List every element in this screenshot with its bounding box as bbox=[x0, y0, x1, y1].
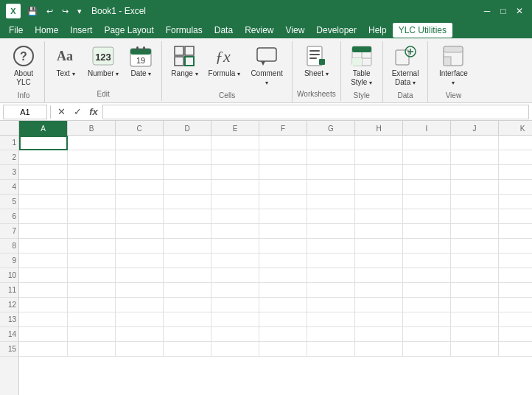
cell-E10[interactable] bbox=[211, 268, 259, 283]
cell-G2[interactable] bbox=[307, 150, 355, 165]
cell-I5[interactable] bbox=[403, 195, 451, 209]
col-header-B[interactable]: B bbox=[68, 121, 116, 136]
row-11[interactable]: 11 bbox=[0, 283, 18, 298]
cell-G1[interactable] bbox=[307, 136, 355, 150]
cell-G12[interactable] bbox=[307, 298, 355, 312]
cell-D12[interactable] bbox=[164, 298, 211, 312]
cell-K11[interactable] bbox=[499, 283, 532, 298]
cell-F14[interactable] bbox=[259, 327, 307, 342]
date-button[interactable]: 19 Date ▾ bbox=[125, 41, 157, 88]
cell-I10[interactable] bbox=[403, 268, 451, 283]
cell-I9[interactable] bbox=[403, 254, 451, 268]
cell-K10[interactable] bbox=[499, 268, 532, 283]
fx-button[interactable]: fx bbox=[86, 105, 101, 119]
cell-H4[interactable] bbox=[355, 180, 403, 195]
cell-A15[interactable] bbox=[19, 342, 68, 357]
row-15[interactable]: 15 bbox=[0, 342, 18, 357]
cell-A6[interactable] bbox=[19, 209, 68, 224]
cell-B12[interactable] bbox=[68, 298, 116, 312]
row-13[interactable]: 13 bbox=[0, 312, 18, 327]
cell-J13[interactable] bbox=[451, 312, 499, 327]
cell-H2[interactable] bbox=[355, 150, 403, 165]
cell-D10[interactable] bbox=[164, 268, 211, 283]
cell-G9[interactable] bbox=[307, 254, 355, 268]
formula-input[interactable] bbox=[102, 105, 529, 119]
cell-C8[interactable] bbox=[116, 239, 164, 254]
cell-C2[interactable] bbox=[116, 150, 164, 165]
menu-home[interactable]: Home bbox=[29, 23, 64, 38]
cell-K14[interactable] bbox=[499, 327, 532, 342]
cell-H10[interactable] bbox=[355, 268, 403, 283]
cell-F3[interactable] bbox=[259, 165, 307, 180]
col-header-I[interactable]: I bbox=[403, 121, 451, 136]
row-9[interactable]: 9 bbox=[0, 254, 18, 268]
formula-button[interactable]: ƒx Formula ▾ bbox=[204, 41, 245, 88]
col-header-J[interactable]: J bbox=[451, 121, 499, 136]
cell-K2[interactable] bbox=[499, 150, 532, 165]
maximize-button[interactable]: □ bbox=[497, 4, 510, 18]
menu-help[interactable]: Help bbox=[363, 23, 393, 38]
cell-K3[interactable] bbox=[499, 165, 532, 180]
save-button[interactable]: 💾 bbox=[25, 5, 40, 18]
cell-A7[interactable] bbox=[19, 224, 68, 239]
menu-page-layout[interactable]: Page Layout bbox=[98, 23, 159, 38]
cell-A4[interactable] bbox=[19, 180, 68, 195]
cell-E9[interactable] bbox=[211, 254, 259, 268]
row-3[interactable]: 3 bbox=[0, 165, 18, 180]
range-button[interactable]: Range ▾ bbox=[167, 41, 202, 88]
close-button[interactable]: ✕ bbox=[513, 4, 526, 18]
cell-F9[interactable] bbox=[259, 254, 307, 268]
menu-ylc-utilities[interactable]: YLC Utilities bbox=[393, 23, 452, 38]
cell-A13[interactable] bbox=[19, 312, 68, 327]
cell-B8[interactable] bbox=[68, 239, 116, 254]
cell-B1[interactable] bbox=[68, 136, 116, 150]
cell-G11[interactable] bbox=[307, 283, 355, 298]
menu-formulas[interactable]: Formulas bbox=[160, 23, 209, 38]
cell-D5[interactable] bbox=[164, 195, 211, 209]
cell-C5[interactable] bbox=[116, 195, 164, 209]
cell-I15[interactable] bbox=[403, 342, 451, 357]
col-header-E[interactable]: E bbox=[211, 121, 259, 136]
cell-C12[interactable] bbox=[116, 298, 164, 312]
cell-J4[interactable] bbox=[451, 180, 499, 195]
cell-A10[interactable] bbox=[19, 268, 68, 283]
cell-K7[interactable] bbox=[499, 224, 532, 239]
cell-I4[interactable] bbox=[403, 180, 451, 195]
menu-view[interactable]: View bbox=[280, 23, 311, 38]
cell-F6[interactable] bbox=[259, 209, 307, 224]
cell-H5[interactable] bbox=[355, 195, 403, 209]
cell-B15[interactable] bbox=[68, 342, 116, 357]
cell-reference-box[interactable] bbox=[3, 105, 47, 119]
cell-D9[interactable] bbox=[164, 254, 211, 268]
cell-F2[interactable] bbox=[259, 150, 307, 165]
cell-A2[interactable] bbox=[19, 150, 68, 165]
cell-D15[interactable] bbox=[164, 342, 211, 357]
row-6[interactable]: 6 bbox=[0, 209, 18, 224]
redo-button[interactable]: ↪ bbox=[60, 5, 71, 18]
table-style-button[interactable]: TableStyle ▾ bbox=[346, 41, 378, 90]
col-header-C[interactable]: C bbox=[116, 121, 164, 136]
cell-D4[interactable] bbox=[164, 180, 211, 195]
cell-F7[interactable] bbox=[259, 224, 307, 239]
external-data-button[interactable]: ExternalData ▾ bbox=[388, 41, 424, 90]
cell-G6[interactable] bbox=[307, 209, 355, 224]
cell-D8[interactable] bbox=[164, 239, 211, 254]
cell-G5[interactable] bbox=[307, 195, 355, 209]
cell-K4[interactable] bbox=[499, 180, 532, 195]
cell-B10[interactable] bbox=[68, 268, 116, 283]
cell-A14[interactable] bbox=[19, 327, 68, 342]
cell-H12[interactable] bbox=[355, 298, 403, 312]
cell-H1[interactable] bbox=[355, 136, 403, 150]
cell-A8[interactable] bbox=[19, 239, 68, 254]
row-10[interactable]: 10 bbox=[0, 268, 18, 283]
comment-button[interactable]: Comment ▾ bbox=[246, 41, 287, 90]
cell-B3[interactable] bbox=[68, 165, 116, 180]
cell-H9[interactable] bbox=[355, 254, 403, 268]
cancel-formula-button[interactable]: ✕ bbox=[54, 105, 69, 119]
cell-J8[interactable] bbox=[451, 239, 499, 254]
cell-H3[interactable] bbox=[355, 165, 403, 180]
cell-C15[interactable] bbox=[116, 342, 164, 357]
cell-I11[interactable] bbox=[403, 283, 451, 298]
cell-E6[interactable] bbox=[211, 209, 259, 224]
cell-H14[interactable] bbox=[355, 327, 403, 342]
